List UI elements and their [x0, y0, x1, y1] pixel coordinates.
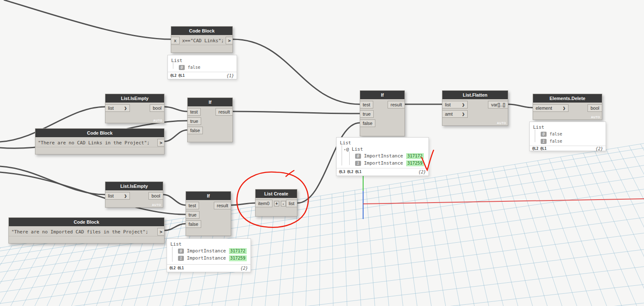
lacing-label: AUTO	[153, 119, 162, 122]
node-title[interactable]: If	[188, 98, 232, 106]
dynamo-workspace[interactable]: Code Block x x=="CAD Links"; > List.IsEm…	[0, 0, 644, 306]
input-port-item0[interactable]: item0	[256, 200, 272, 207]
node-if-bottom[interactable]: If test result true false	[186, 191, 231, 236]
input-port-true[interactable]: true	[188, 117, 201, 125]
tree-line	[172, 246, 172, 262]
input-port-test[interactable]: test	[188, 108, 201, 116]
tree-root-label: List	[533, 124, 602, 130]
list-level-chevron-icon[interactable]: ❯	[462, 101, 465, 108]
port-label: list	[108, 105, 113, 112]
expander-icon[interactable]: ▾	[344, 148, 346, 152]
wire-isempty-top-to-if-top-test[interactable]	[164, 107, 187, 111]
input-port-list[interactable]: list ❯	[105, 104, 130, 112]
element-id-value: 317172	[406, 153, 424, 159]
output-port[interactable]: >	[226, 37, 232, 44]
index-badge: 1	[541, 139, 547, 144]
node-code-block-no-imports[interactable]: Code Block "There are no Imported CAD fi…	[8, 217, 164, 244]
input-port-list[interactable]: list ❯	[442, 101, 468, 108]
node-list-isempty-bottom[interactable]: List.IsEmpty list ❯ bool AUTO	[105, 181, 163, 208]
output-port-list[interactable]: list	[286, 200, 297, 207]
node-if-top[interactable]: If test result true false	[187, 97, 233, 142]
output-port-result[interactable]: result	[214, 202, 231, 209]
node-list-create[interactable]: List Create item0 + - list	[255, 189, 297, 217]
input-port-test[interactable]: test	[186, 202, 199, 209]
list-levels-label: @L2 @L1	[532, 147, 547, 151]
preview-bubble-if-bottom[interactable]: List 0 ImportInstance 317172 1 ImportIns…	[167, 238, 251, 272]
code-block-code[interactable]: "There are no Imported CAD files in the …	[9, 229, 157, 235]
node-title[interactable]: Code Block	[171, 27, 232, 35]
input-port-true[interactable]: true	[186, 211, 199, 219]
list-level-chevron-icon[interactable]: ❯	[124, 192, 127, 200]
item-label: ImportInstance	[364, 160, 403, 166]
tree-line	[173, 63, 173, 69]
input-port-amt[interactable]: amt ❯	[442, 110, 468, 118]
node-title[interactable]: If	[186, 192, 231, 200]
item-value: false	[188, 65, 200, 70]
port-label: list	[108, 192, 113, 200]
node-title[interactable]: Code Block	[9, 218, 164, 226]
output-port-bool[interactable]: bool	[150, 104, 164, 112]
node-title[interactable]: Elements.Delete	[533, 94, 602, 103]
port-label: amt	[445, 111, 453, 118]
output-port-bool[interactable]: bool	[148, 192, 163, 200]
output-port[interactable]: >	[157, 139, 164, 146]
node-title[interactable]: Code Block	[35, 129, 164, 137]
node-list-isempty-top[interactable]: List.IsEmpty list ❯ bool AUTO	[105, 94, 164, 123]
input-port-true[interactable]: true	[360, 110, 374, 118]
code-block-code[interactable]: "There are no CAD Links in the Project";	[35, 140, 157, 146]
wire-offscreen-to-isempty-bottom-list[interactable]	[0, 166, 105, 195]
red-circle-tail-annotation	[286, 171, 294, 176]
input-port-test[interactable]: test	[360, 101, 373, 108]
output-port-bool[interactable]: bool	[587, 104, 602, 112]
node-code-block-top[interactable]: Code Block x x=="CAD Links"; >	[171, 26, 233, 53]
node-title[interactable]: List Create	[256, 190, 297, 198]
tree-line	[349, 152, 350, 165]
wire-flatten-to-delete-element[interactable]	[508, 104, 533, 108]
preview-bubble-code-block-top[interactable]: List 0 false @L2 @L1 {1}	[167, 55, 237, 79]
node-title[interactable]: List.IsEmpty	[105, 94, 164, 103]
tree-root-label: List	[171, 57, 233, 64]
node-title[interactable]: List.IsEmpty	[105, 182, 163, 190]
node-list-flatten[interactable]: List.Flatten list ❯ var[]..[] amt ❯ AUTO	[442, 90, 508, 126]
input-port-false[interactable]: false	[188, 127, 203, 134]
input-port-false[interactable]: false	[186, 220, 201, 228]
wire-codeblock-to-if-mid-test[interactable]	[233, 39, 360, 104]
x-axis	[363, 199, 644, 204]
list-level-chevron-icon[interactable]: ❯	[563, 105, 566, 112]
node-code-block-no-links[interactable]: Code Block "There are no CAD Links in th…	[35, 128, 164, 154]
node-elements-delete[interactable]: Elements.Delete element ❯ bool AUTO	[533, 94, 602, 120]
lacing-label: AUTO	[497, 122, 506, 125]
item-count-label: {2}	[418, 170, 426, 174]
node-title[interactable]: If	[360, 91, 404, 99]
wire-if-bottom-result-to-listcreate-item0[interactable]	[231, 203, 255, 205]
wire-isempty-bottom-to-if-bottom-test[interactable]	[163, 195, 186, 205]
list-level-chevron-icon[interactable]: ❯	[124, 105, 127, 112]
wire-if-top-result-to-if-mid-true[interactable]	[233, 111, 360, 114]
wire-codeblock-nolinks-to-if-top-false[interactable]	[164, 130, 187, 141]
list-levels-label: @L3 @L2 @L1	[339, 170, 361, 174]
input-port-x[interactable]: x	[171, 37, 180, 44]
add-input-button[interactable]: +	[274, 201, 279, 206]
output-port-result[interactable]: result	[388, 101, 404, 108]
lacing-label: AUTO	[152, 203, 161, 206]
index-badge: 1	[355, 161, 361, 166]
index-badge: 0	[179, 65, 185, 70]
list-level-chevron-icon[interactable]: ❯	[462, 111, 465, 118]
node-if-mid[interactable]: If test result true false	[360, 90, 405, 136]
index-badge: 0	[355, 154, 361, 159]
input-port-false[interactable]: false	[360, 119, 375, 127]
tree-sub-list[interactable]: ▾@ List	[344, 146, 425, 152]
output-port-var[interactable]: var[]..[]	[488, 101, 508, 108]
preview-bubble-elements-delete[interactable]: List 0 false 1 false @L2 @L1 {2}	[529, 122, 606, 151]
preview-bubble-if-mid[interactable]: List ▾@ List 0 ImportInstance 317172 1 I…	[336, 137, 429, 176]
port-label: element	[536, 105, 552, 112]
node-title[interactable]: List.Flatten	[442, 91, 508, 99]
wire-offscreen-to-codeblock-x[interactable]	[4, 0, 171, 39]
output-port[interactable]: >	[157, 228, 164, 236]
input-port-list[interactable]: list ❯	[105, 192, 130, 200]
wire-codeblock-noimports-to-if-bottom-false[interactable]	[164, 224, 186, 230]
input-port-element[interactable]: element ❯	[533, 104, 569, 112]
code-block-code[interactable]: x=="CAD Links";	[180, 38, 226, 43]
output-port-result[interactable]: result	[216, 108, 232, 116]
remove-input-button[interactable]: -	[281, 201, 286, 206]
